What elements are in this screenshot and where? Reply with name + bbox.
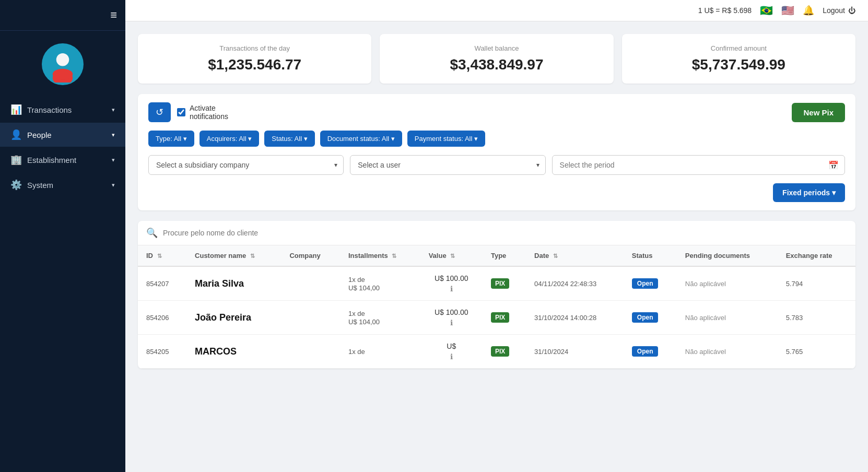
sidebar-item-transactions-label: Transactions — [27, 105, 72, 114]
stat-confirmed-label: Confirmed amount — [635, 44, 843, 52]
cell-pending-docs: Não aplicável — [677, 301, 778, 335]
cell-type: PIX — [483, 301, 526, 335]
sidebar-item-system[interactable]: ⚙️ System ▾ — [0, 173, 125, 197]
transactions-icon: 📊 — [10, 104, 22, 115]
refresh-button[interactable]: ↺ — [148, 102, 171, 122]
subsidiary-select-wrapper: Select a subsidiary company ▾ — [148, 155, 344, 175]
cell-installments: 1x de — [340, 335, 420, 369]
cell-status: Open — [624, 301, 677, 335]
sidebar-item-establishment-label: Establishment — [27, 156, 76, 164]
col-status: Status — [624, 245, 677, 266]
sort-icon[interactable]: ⇅ — [250, 253, 255, 259]
col-id: ID ⇅ — [138, 245, 186, 266]
notify-text: Activatenotifications — [190, 104, 228, 121]
main-content: 1 U$ = R$ 5.698 🇧🇷 🇺🇸 🔔 Logout ⏻ Transac… — [125, 0, 868, 472]
logout-button[interactable]: Logout ⏻ — [823, 6, 855, 15]
cell-exchange-rate: 5.783 — [778, 301, 855, 335]
cell-status: Open — [624, 266, 677, 301]
info-icon[interactable]: ℹ — [450, 285, 453, 293]
fixed-periods-button[interactable]: Fixed periods ▾ — [773, 183, 845, 202]
svg-point-3 — [53, 69, 73, 80]
user-select[interactable]: Select a user — [350, 155, 545, 175]
notify-label[interactable]: Activatenotifications — [177, 104, 228, 121]
cell-pending-docs: Não aplicável — [677, 266, 778, 301]
chevron-down-icon: ▾ — [112, 157, 115, 163]
filter-acquirers-button[interactable]: Acquirers: All ▾ — [200, 131, 259, 147]
subsidiary-select[interactable]: Select a subsidiary company — [148, 155, 344, 175]
filter-document-status-label: Document status: All ▾ — [327, 135, 395, 143]
sidebar-item-people[interactable]: 👤 People ▾ — [0, 123, 125, 147]
filter-status-button[interactable]: Status: All ▾ — [264, 131, 314, 147]
period-input[interactable] — [552, 155, 845, 175]
filter-payment-status-button[interactable]: Payment status: All ▾ — [407, 131, 485, 147]
table-row[interactable]: 854207 Maria Silva 1x deU$ 104,00 U$ 100… — [138, 266, 855, 301]
notify-checkbox[interactable] — [177, 108, 185, 116]
sort-icon[interactable]: ⇅ — [450, 253, 455, 259]
sidebar-item-transactions[interactable]: 📊 Transactions ▾ — [0, 98, 125, 122]
filter-row: Type: All ▾ Acquirers: All ▾ Status: All… — [148, 131, 845, 147]
cell-customer-name: MARCOS — [186, 335, 281, 369]
stat-card-confirmed: Confirmed amount $5,737.549.99 — [622, 34, 855, 84]
search-icon: 🔍 — [146, 227, 158, 239]
cell-id: 854207 — [138, 266, 186, 301]
col-date: Date ⇅ — [526, 245, 624, 266]
cell-company — [281, 301, 340, 335]
exchange-rate-label: 1 U$ = R$ 5.698 — [698, 6, 752, 15]
col-customer-name: Customer name ⇅ — [186, 245, 281, 266]
stats-row: Transactions of the day $1,235.546.77 Wa… — [138, 34, 855, 84]
avatar-container — [0, 31, 125, 93]
cell-installments: 1x deU$ 104,00 — [340, 301, 420, 335]
sidebar-item-establishment[interactable]: 🏢 Establishment ▾ — [0, 148, 125, 172]
cell-date: 31/10/2024 14:00:28 — [526, 301, 624, 335]
sort-icon[interactable]: ⇅ — [553, 253, 558, 259]
topbar: 1 U$ = R$ 5.698 🇧🇷 🇺🇸 🔔 Logout ⏻ — [125, 0, 868, 21]
filter-document-status-button[interactable]: Document status: All ▾ — [320, 131, 402, 147]
sort-icon[interactable]: ⇅ — [157, 253, 162, 259]
new-pix-button[interactable]: New Pix — [792, 103, 845, 122]
fixed-periods-row: Fixed periods ▾ — [148, 183, 845, 202]
brazil-flag: 🇧🇷 — [760, 4, 773, 17]
table-header: ID ⇅ Customer name ⇅ Company Installment… — [138, 245, 855, 266]
filter-acquirers-label: Acquirers: All ▾ — [207, 135, 252, 143]
transactions-table: ID ⇅ Customer name ⇅ Company Installment… — [138, 245, 855, 369]
cell-id: 854205 — [138, 335, 186, 369]
stat-transactions-label: Transactions of the day — [150, 44, 359, 52]
cell-value: U$ 100.00 ℹ — [420, 301, 483, 335]
col-exchange-rate: Exchange rate — [778, 245, 855, 266]
table-row[interactable]: 854205 MARCOS 1x de U$ ℹ PIX 31/10/2024 … — [138, 335, 855, 369]
chevron-down-icon: ▾ — [112, 107, 115, 113]
col-value: Value ⇅ — [420, 245, 483, 266]
col-company: Company — [281, 245, 340, 266]
hamburger-icon[interactable]: ≡ — [110, 8, 117, 22]
cell-date: 04/11/2024 22:48:33 — [526, 266, 624, 301]
cell-value: U$ ℹ — [420, 335, 483, 369]
table-row[interactable]: 854206 João Pereira 1x deU$ 104,00 U$ 10… — [138, 301, 855, 335]
cell-company — [281, 335, 340, 369]
system-icon: ⚙️ — [10, 179, 22, 191]
us-flag: 🇺🇸 — [781, 4, 794, 17]
info-icon[interactable]: ℹ — [450, 318, 453, 327]
svg-point-1 — [56, 53, 69, 66]
stat-card-wallet: Wallet balance $3,438.849.97 — [380, 34, 613, 84]
col-installments: Installments ⇅ — [340, 245, 420, 266]
stat-wallet-label: Wallet balance — [392, 44, 601, 52]
cell-exchange-rate: 5.794 — [778, 266, 855, 301]
sort-icon[interactable]: ⇅ — [392, 253, 396, 259]
sidebar-item-system-label: System — [27, 181, 53, 190]
cell-customer-name: Maria Silva — [186, 266, 281, 301]
table-container: ID ⇅ Customer name ⇅ Company Installment… — [138, 245, 855, 369]
select-row: Select a subsidiary company ▾ Select a u… — [148, 155, 845, 175]
sidebar: ≡ 📊 Transactions ▾ 👤 People ▾ 🏢 Establis… — [0, 0, 125, 472]
cell-type: PIX — [483, 335, 526, 369]
search-input[interactable] — [163, 229, 847, 237]
cell-type: PIX — [483, 266, 526, 301]
cell-id: 854206 — [138, 301, 186, 335]
info-icon[interactable]: ℹ — [450, 352, 453, 361]
filter-status-label: Status: All ▾ — [272, 135, 307, 143]
bell-icon[interactable]: 🔔 — [803, 5, 814, 16]
avatar — [42, 43, 84, 85]
user-select-wrapper: Select a user ▾ — [350, 155, 545, 175]
chevron-down-icon: ▾ — [112, 182, 115, 188]
filter-type-button[interactable]: Type: All ▾ — [148, 131, 194, 147]
filter-payment-status-label: Payment status: All ▾ — [415, 135, 478, 143]
